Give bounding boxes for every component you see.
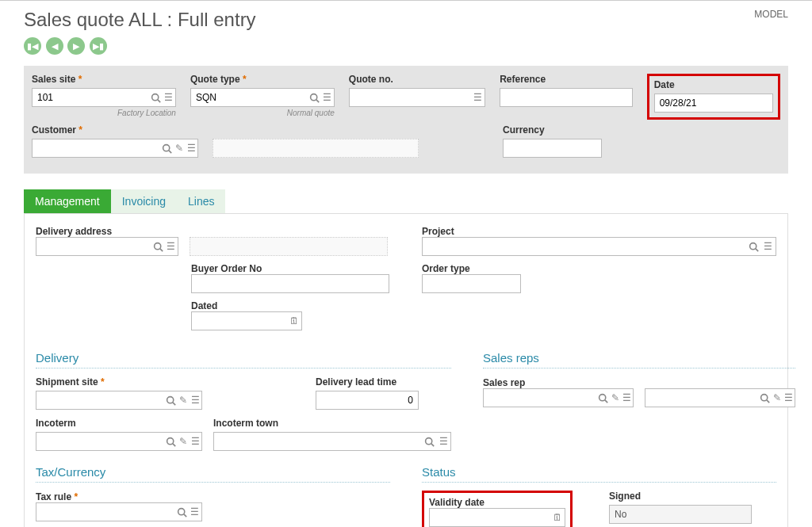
lookup-icon[interactable] [746,238,760,255]
svg-line-11 [173,402,175,404]
incoterm-town-label: Incoterm town [213,418,451,429]
incoterm-input[interactable] [36,433,165,450]
lookup-icon[interactable] [175,503,189,521]
svg-point-2 [311,94,317,100]
spacer-label [213,124,419,136]
project-input[interactable] [423,238,746,255]
sales-site-label: Sales site [32,74,176,85]
quote-no-label: Quote no. [349,74,485,85]
list-icon[interactable]: ☰ [190,391,201,409]
reference-input[interactable] [500,89,632,106]
svg-line-21 [184,514,186,516]
incoterm-label: Incoterm [36,418,202,429]
validity-date-input[interactable] [430,509,550,526]
tab-lines[interactable]: Lines [177,189,225,213]
project-label: Project [422,226,454,237]
lookup-icon[interactable] [759,389,771,407]
svg-point-6 [155,242,161,249]
section-tax: Tax/Currency [36,465,390,479]
buyer-order-input[interactable] [192,275,389,292]
svg-point-4 [163,144,170,151]
section-status: Status [422,465,776,479]
svg-point-14 [426,437,432,444]
lookup-icon[interactable] [152,238,165,255]
prev-record-button[interactable]: ◀ [46,37,63,55]
lookup-icon[interactable] [597,389,609,407]
list-icon[interactable]: ☰ [188,503,201,521]
action-icon[interactable]: ✎ [609,389,621,407]
action-icon[interactable]: ✎ [177,391,189,409]
signed-label: Signed [609,491,752,502]
sales-rep-label: Sales rep [483,377,525,388]
section-delivery: Delivery [36,351,451,365]
quote-type-input[interactable] [191,89,308,106]
svg-line-9 [756,248,758,250]
validity-date-label: Validity date [429,497,485,508]
dated-label: Dated [191,300,217,311]
svg-line-13 [173,443,175,445]
record-nav: ▮◀ ◀ ▶ ▶▮ [24,37,788,55]
delivery-lead-input[interactable] [316,391,418,409]
list-icon[interactable]: ☰ [321,89,334,106]
svg-point-0 [152,94,159,100]
calendar-icon[interactable]: 🗓 [288,312,301,330]
svg-line-5 [169,150,171,152]
quote-type-sublabel: Normal quote [190,109,335,117]
lookup-icon[interactable] [423,433,437,450]
date-input[interactable] [655,94,772,112]
action-icon[interactable]: ✎ [173,139,185,157]
signed-value [610,506,751,523]
tax-rule-input[interactable] [36,503,175,521]
shipment-site-input[interactable] [36,391,165,409]
sales-rep-input-2[interactable] [645,389,759,407]
lookup-icon[interactable] [165,391,177,409]
action-icon[interactable]: ✎ [177,433,189,450]
page-title: Sales quote ALL : Full entry [24,9,788,31]
tab-invoicing[interactable]: Invoicing [111,189,177,213]
lookup-icon[interactable] [150,89,163,106]
incoterm-town-input[interactable] [214,433,423,450]
lookup-icon[interactable] [161,139,173,157]
list-icon[interactable]: ☰ [186,139,197,157]
list-icon[interactable]: ☰ [621,389,633,407]
list-icon[interactable]: ☰ [190,433,201,450]
list-icon[interactable]: ☰ [470,89,485,106]
lookup-icon[interactable] [308,89,321,106]
date-label: Date [654,79,773,90]
order-type-input[interactable] [423,275,520,292]
delivery-address-input[interactable] [36,238,152,255]
header-panel: Sales site ☰ Factory Location Quote type… [24,66,788,174]
delivery-address-label: Delivery address [36,226,112,237]
svg-line-1 [158,99,160,101]
list-icon[interactable]: ☰ [165,238,178,255]
list-icon[interactable]: ☰ [783,389,795,407]
svg-line-3 [316,99,319,101]
customer-input[interactable] [33,139,161,157]
next-record-button[interactable]: ▶ [67,37,85,55]
list-icon[interactable]: ☰ [163,89,175,106]
lookup-icon[interactable] [165,433,177,450]
action-icon[interactable]: ✎ [771,389,783,407]
last-record-button[interactable]: ▶▮ [90,37,107,55]
currency-label: Currency [503,124,602,136]
calendar-icon[interactable]: 🗓 [550,509,565,526]
section-salesreps: Sales reps [483,351,795,365]
customer-name-display [213,139,419,158]
tabs: Management Invoicing Lines [24,189,788,213]
sales-rep-input-1[interactable] [484,389,597,407]
sales-site-sublabel: Factory Location [32,109,176,117]
list-icon[interactable]: ☰ [436,433,450,450]
reference-label: Reference [500,74,633,85]
list-icon[interactable]: ☰ [761,238,776,255]
buyer-order-label: Buyer Order No [191,263,262,274]
svg-line-19 [767,399,769,402]
first-record-button[interactable]: ▮◀ [24,37,41,55]
model-label: MODEL [754,9,788,20]
order-type-label: Order type [422,263,470,274]
currency-input[interactable] [504,139,601,157]
customer-label: Customer [32,124,198,136]
dated-input[interactable] [192,312,288,330]
quote-no-input[interactable] [350,89,471,106]
sales-site-input[interactable] [33,89,150,106]
tab-management[interactable]: Management [24,189,111,213]
